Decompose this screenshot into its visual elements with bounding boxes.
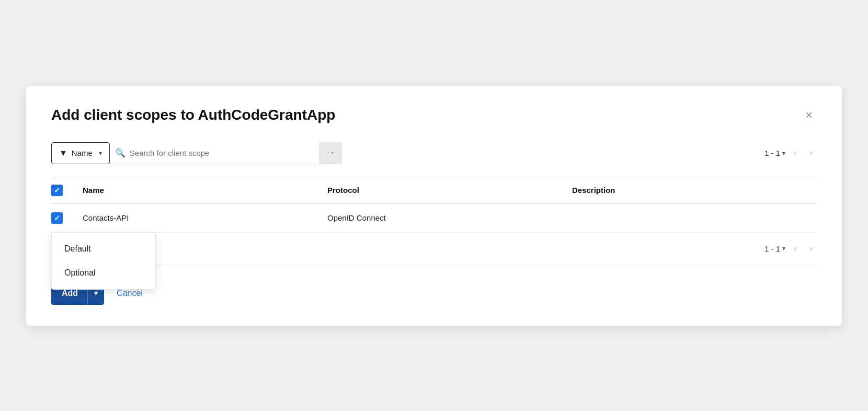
search-submit-button[interactable]: → <box>319 142 342 164</box>
pagination-chevron-top[interactable]: ▾ <box>782 150 785 157</box>
pagination-controls-bottom: 1 - 1 ▾ ‹ › <box>51 233 817 265</box>
col-header-name: Name <box>83 186 327 195</box>
prev-page-button-bottom[interactable]: ‹ <box>790 241 801 256</box>
dropdown-item-default[interactable]: Default <box>52 237 155 261</box>
filter-dropdown[interactable]: ▼ Name ▾ <box>51 142 110 164</box>
add-button-arrow[interactable]: ▾ <box>88 289 104 297</box>
col-header-description: Description <box>572 186 817 195</box>
row-checkbox[interactable]: ✓ <box>51 212 63 224</box>
modal-footer: Add ▾ Cancel <box>51 282 817 305</box>
prev-page-button-top[interactable]: ‹ <box>790 145 801 161</box>
cell-name: Contacts-API <box>83 213 327 222</box>
toolbar: ▼ Name ▾ 🔍 → 1 - 1 ▾ ‹ › <box>51 142 817 164</box>
row-checkbox-wrapper[interactable]: ✓ <box>51 212 83 224</box>
search-input[interactable] <box>130 149 314 157</box>
dropdown-item-optional[interactable]: Optional <box>52 261 155 285</box>
search-wrapper: 🔍 <box>110 142 319 164</box>
pagination-range-bottom: 1 - 1 ▾ <box>764 244 785 253</box>
next-page-button-bottom[interactable]: › <box>805 241 817 256</box>
scope-type-dropdown: Default Optional <box>51 232 156 290</box>
select-all-checkbox[interactable]: ✓ <box>51 185 83 196</box>
col-header-protocol: Protocol <box>327 186 572 195</box>
checkmark: ✓ <box>54 214 60 222</box>
filter-icon: ▼ <box>59 149 67 158</box>
header-checkbox[interactable]: ✓ <box>51 185 63 196</box>
modal-title: Add client scopes to AuthCodeGrantApp <box>51 107 335 123</box>
pagination-range-top: 1 - 1 ▾ <box>764 149 785 157</box>
cell-protocol: OpenID Connect <box>327 213 572 222</box>
modal-header: Add client scopes to AuthCodeGrantApp × <box>51 107 817 123</box>
modal-container: Add client scopes to AuthCodeGrantApp × … <box>26 86 842 326</box>
chevron-down-icon: ▾ <box>99 150 102 157</box>
search-icon: 🔍 <box>115 148 125 158</box>
table-row: ✓ Contacts-API OpenID Connect Default Op… <box>51 204 817 233</box>
close-button[interactable]: × <box>801 107 817 123</box>
filter-label: Name <box>72 149 93 157</box>
table-header-row: ✓ Name Protocol Description <box>51 177 817 204</box>
pagination-controls-top: 1 - 1 ▾ ‹ › <box>764 145 817 161</box>
next-page-button-top[interactable]: › <box>805 145 817 161</box>
table-section: ✓ Name Protocol Description ✓ Contacts-A… <box>51 177 817 265</box>
pagination-chevron-bottom[interactable]: ▾ <box>782 245 785 252</box>
add-button-label: Add <box>51 289 87 298</box>
checkmark: ✓ <box>54 187 60 194</box>
